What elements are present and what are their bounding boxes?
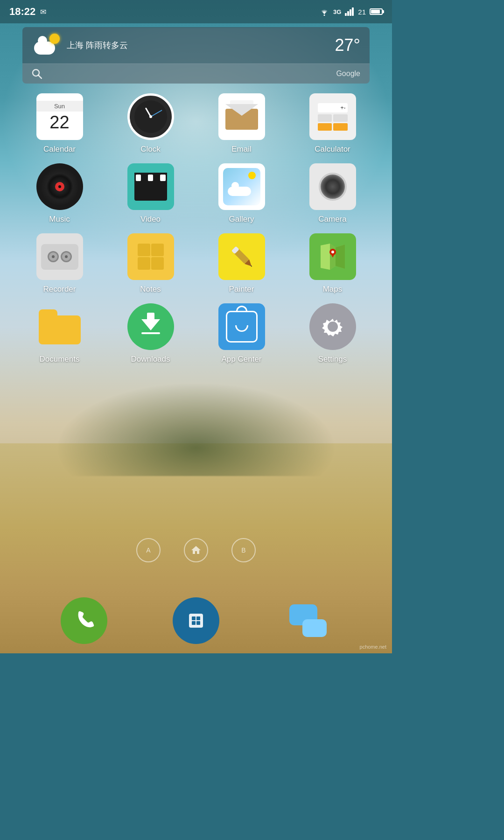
svg-rect-23 bbox=[192, 621, 196, 625]
map-icon-svg bbox=[316, 240, 350, 273]
app-maps[interactable]: Maps bbox=[295, 233, 370, 294]
bag-handle bbox=[236, 306, 247, 312]
calendar-date: 22 bbox=[49, 112, 69, 133]
battery-number: 21 bbox=[358, 8, 366, 16]
downloads-icon bbox=[127, 303, 174, 350]
calc-btn-2 bbox=[333, 114, 348, 122]
calc-btn-4 bbox=[333, 123, 348, 131]
camera-label: Camera bbox=[318, 215, 346, 224]
note-block-2 bbox=[151, 244, 164, 256]
svg-rect-1 bbox=[345, 13, 347, 16]
app-clock[interactable]: Clock bbox=[113, 93, 188, 154]
gallery-label: Gallery bbox=[229, 215, 254, 224]
svg-point-0 bbox=[323, 14, 325, 16]
clapper-stripe-1 bbox=[136, 175, 141, 181]
meizu-logo bbox=[183, 608, 209, 634]
app-email[interactable]: Email bbox=[204, 93, 279, 154]
bag-body bbox=[226, 311, 258, 343]
svg-point-17 bbox=[331, 251, 334, 253]
app-row-1: Sun 22 Calendar Clock bbox=[14, 93, 378, 154]
network-type: 3G bbox=[333, 8, 341, 15]
recorder-icon bbox=[36, 233, 83, 280]
svg-point-19 bbox=[328, 322, 338, 332]
app-calculator[interactable]: +- Calculator bbox=[295, 93, 370, 154]
settings-icon bbox=[309, 303, 356, 350]
dock-meizu[interactable] bbox=[173, 597, 219, 644]
clapper-gap-1 bbox=[143, 175, 146, 181]
note-block-4 bbox=[151, 257, 164, 270]
app-recorder[interactable]: Recorder bbox=[22, 233, 97, 294]
app-grid: Sun 22 Calendar Clock bbox=[0, 93, 392, 373]
app-documents[interactable]: Documents bbox=[22, 303, 97, 364]
svg-line-6 bbox=[38, 75, 42, 78]
music-icon bbox=[36, 163, 83, 210]
dock-chat[interactable] bbox=[285, 597, 331, 644]
svg-rect-22 bbox=[196, 616, 200, 620]
music-label: Music bbox=[49, 215, 70, 224]
bag-smile bbox=[235, 325, 248, 332]
vinyl-dot bbox=[58, 185, 61, 188]
search-bar[interactable]: Google bbox=[22, 63, 370, 84]
note-block-3 bbox=[138, 257, 150, 270]
appcenter-label: App Center bbox=[222, 355, 262, 364]
app-music[interactable]: Music bbox=[22, 163, 97, 224]
svg-rect-20 bbox=[189, 614, 203, 628]
maps-icon bbox=[309, 233, 356, 280]
clock-label: Clock bbox=[140, 145, 161, 154]
email-icon: ✉ bbox=[40, 7, 46, 16]
envelope-icon bbox=[225, 104, 258, 130]
clock-face bbox=[134, 100, 167, 133]
weather-icon bbox=[32, 34, 60, 57]
vinyl-disc bbox=[41, 168, 78, 205]
camera-icon bbox=[309, 163, 356, 210]
search-icon bbox=[32, 69, 42, 79]
app-appcenter[interactable]: App Center bbox=[204, 303, 279, 364]
note-block-1 bbox=[138, 244, 150, 256]
email-icon-wrap bbox=[218, 93, 265, 140]
svg-rect-24 bbox=[196, 621, 200, 625]
app-video[interactable]: Video bbox=[113, 163, 188, 224]
app-row-3: Recorder Notes bbox=[14, 233, 378, 294]
svg-rect-2 bbox=[347, 11, 349, 16]
app-painter[interactable]: Painter bbox=[204, 233, 279, 294]
rec-wheel-right bbox=[61, 251, 72, 262]
painter-icon bbox=[218, 233, 265, 280]
nav-btn-a[interactable]: A bbox=[136, 538, 161, 562]
svg-rect-3 bbox=[350, 9, 351, 16]
weather-widget[interactable]: 上海 阵雨转多云 27° Google bbox=[22, 27, 370, 84]
gallery-icon bbox=[218, 163, 265, 210]
envelope-flap bbox=[225, 104, 258, 116]
status-right: 3G 21 bbox=[319, 7, 383, 16]
app-camera[interactable]: Camera bbox=[295, 163, 370, 224]
dock-phone[interactable] bbox=[61, 597, 107, 644]
recorder-body bbox=[41, 244, 78, 270]
app-settings[interactable]: Settings bbox=[295, 303, 370, 364]
calc-display: +- bbox=[318, 103, 348, 112]
appcenter-icon bbox=[218, 303, 265, 350]
app-notes[interactable]: Notes bbox=[113, 233, 188, 294]
calendar-label: Calendar bbox=[43, 145, 76, 154]
nav-btn-home[interactable] bbox=[184, 538, 208, 562]
downloads-label: Downloads bbox=[131, 355, 170, 364]
app-calendar[interactable]: Sun 22 Calendar bbox=[22, 93, 97, 154]
chat-bubble-2 bbox=[302, 619, 327, 637]
clock-minute-hand bbox=[150, 110, 162, 117]
bg-island bbox=[56, 383, 336, 476]
clapper-gap-2 bbox=[155, 175, 158, 181]
calc-btn-1 bbox=[318, 114, 332, 122]
folder-icon bbox=[39, 309, 81, 344]
rec-wheel-left bbox=[48, 251, 59, 262]
bottom-dock bbox=[0, 597, 392, 644]
painter-label: Painter bbox=[229, 285, 254, 294]
clock-center-dot bbox=[149, 115, 152, 118]
signal-icon bbox=[345, 7, 354, 16]
app-gallery[interactable]: Gallery bbox=[204, 163, 279, 224]
clapper-stripe-2 bbox=[148, 175, 153, 181]
app-downloads[interactable]: Downloads bbox=[113, 303, 188, 364]
documents-label: Documents bbox=[40, 355, 80, 364]
nav-btn-b[interactable]: B bbox=[231, 538, 256, 562]
notes-body bbox=[134, 240, 168, 273]
download-arrow-group bbox=[141, 319, 160, 334]
clapper-stripe-3 bbox=[160, 175, 165, 181]
video-label: Video bbox=[140, 215, 161, 224]
